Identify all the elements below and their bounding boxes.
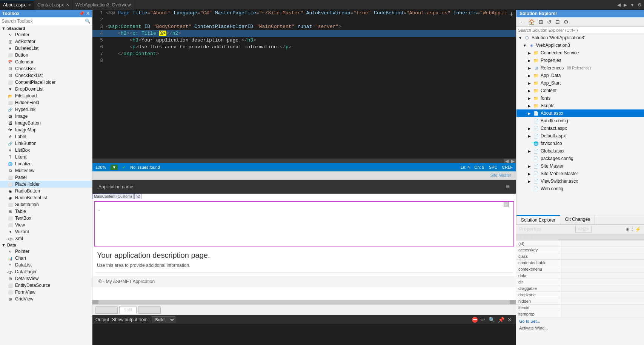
toolbox-section-data[interactable]: ▼ Data [0,242,92,248]
props-value-contenteditable[interactable] [561,260,644,266]
toolbox-item-datalist[interactable]: ≡DataList [0,262,92,268]
toolbox-item-calendar[interactable]: 📅Calendar [0,59,92,65]
toolbox-item-literal[interactable]: TLiteral [0,154,92,160]
se-item-solution[interactable]: ▼ ⬡ Solution 'WebApplication3' [516,34,644,42]
props-value-data[interactable] [561,273,644,279]
view-tab-source[interactable]: Source [138,306,161,314]
toolbox-item-wizard[interactable]: ✦Wizard [0,228,92,235]
props-value-class[interactable] [561,253,644,259]
code-hscrollbar[interactable]: ◀ ▶ [92,159,516,163]
props-value-itemprop[interactable] [561,311,644,317]
toolbox-item-substitution[interactable]: ⬜Substitution [0,201,92,208]
se-item-bundle-config[interactable]: 📄 Bundle.config [516,117,644,125]
props-sort-btn[interactable]: ↕ [631,226,634,232]
se-home-btn[interactable]: 🏠 [527,18,536,26]
se-item-default-aspx[interactable]: ▶ 📄 Default.aspx [516,132,644,140]
se-item-favicon[interactable]: 🌐 favicon.ico [516,140,644,147]
se-item-packages-config[interactable]: 📄 packages.config [516,155,644,162]
tab-settings[interactable]: ⚙ [637,2,642,8]
toolbox-item-checkbox[interactable]: ☑CheckBox [0,65,92,72]
toolbox-item-view[interactable]: ⬜View [0,222,92,228]
toolbox-item-entitydatasource[interactable]: ⬜EntityDataSource [0,282,92,289]
se-props-btn[interactable]: ⊞ [537,18,545,26]
se-item-references[interactable]: ▶ ⊞ References 88 References [516,64,644,72]
toolbox-item-image[interactable]: 🖼Image [0,113,92,120]
props-value-draggable[interactable] [561,285,644,291]
output-clear-btn[interactable]: ⛔ [471,316,479,323]
design-hscroll-right[interactable]: ▶ [510,300,516,304]
se-item-fonts[interactable]: ▶ 📁 fonts [516,94,644,102]
toolbox-item-imagemap[interactable]: 🗺ImageMap [0,126,92,133]
tab-about-close[interactable]: ✕ [28,3,31,7]
toolbox-item-formview[interactable]: ⬜FormView [0,289,92,296]
props-value-contextmenu[interactable] [561,266,644,272]
hscroll-right[interactable]: ▶ [510,159,516,163]
se-settings-btn[interactable]: ⚙ [562,18,570,26]
tab-contact[interactable]: Contact.aspx ✕ [34,0,72,10]
site-master-link[interactable]: Site.Master [489,172,513,178]
se-back-btn[interactable]: ← [518,18,526,26]
toolbox-item-gridview[interactable]: ⊞GridView [0,296,92,302]
hscroll-left[interactable]: ◀ [504,159,510,163]
tab-contact-close[interactable]: ✕ [66,3,69,7]
se-item-app-data[interactable]: ▶ 📁 App_Data [516,72,644,79]
toolbox-item-pointer[interactable]: ↖Pointer [0,31,92,38]
code-line-4[interactable]: 4 <h2><c: Title %></h2> [92,30,516,37]
output-source-select[interactable]: Build Debug All [152,316,175,323]
view-tab-split[interactable]: Split [119,306,136,314]
toolbox-item-datapager[interactable]: ◁▷DataPager [0,268,92,275]
code-editor-area[interactable]: 1 <%@ Page Title="About" Language="C#" M… [92,10,516,163]
output-find-btn[interactable]: 🔍 [488,316,496,323]
toolbox-pin-btn[interactable]: 📌 [79,11,85,16]
se-item-site-master[interactable]: ▶ 📄 Site.Master [516,162,644,170]
view-tab-design[interactable]: Design [95,306,118,314]
props-value-itemid[interactable] [561,305,644,311]
toolbox-item-imagebutton[interactable]: 🖼ImageButton [0,120,92,126]
toolbox-item-linkbutton[interactable]: 🔗LinkButton [0,140,92,147]
tab-dropdown[interactable]: ▼ [629,2,635,8]
toolbox-item-hiddenfield[interactable]: ⬜HiddenField [0,99,92,106]
se-tab-git-changes[interactable]: Git Changes [560,215,595,224]
toolbox-item-checkboxlist[interactable]: ☑CheckBoxList [0,72,92,79]
se-item-site-mobile-master[interactable]: ▶ 📄 Site.Mobile.Master [516,170,644,177]
toolbox-item-multiview[interactable]: ⧉MultiView [0,167,92,174]
output-pin-btn[interactable]: 📌 [497,316,505,323]
toolbox-item-table[interactable]: ⊞Table [0,208,92,215]
se-search-input[interactable] [518,28,643,32]
se-refresh-btn[interactable]: ↺ [546,18,553,26]
toolbox-item-fileupload[interactable]: 📂FileUpload [0,92,92,99]
toolbox-item-dropdownlist[interactable]: ▼DropDownList [0,86,92,92]
props-value-accesskey[interactable] [561,247,644,253]
tab-scroll-left[interactable]: ◀ [616,2,621,8]
se-item-scripts[interactable]: ▶ 📁 Scripts [516,102,644,109]
toolbox-item-textbox[interactable]: ⬜TextBox [0,215,92,222]
toolbox-item-adrotator[interactable]: ◫AdRotator [0,38,92,45]
toolbox-item-pointer-data[interactable]: ↖Pointer [0,248,92,255]
design-hscroll-left[interactable]: ◀ [92,300,98,304]
se-item-connected-service[interactable]: ▶ 📁 Connected Service [516,49,644,57]
toolbox-item-label[interactable]: ALabel [0,133,92,140]
props-value-id[interactable] [561,240,644,246]
toolbox-item-xml[interactable]: ◁▷Xml [0,235,92,242]
toolbox-item-button[interactable]: ⬜Button [0,52,92,59]
toolbox-search-input[interactable] [2,18,83,24]
output-close-btn[interactable]: ✕ [507,316,513,323]
toolbox-item-contentplaceholder[interactable]: ⬜ContentPlaceHolder [0,79,92,86]
toolbox-item-placeholder[interactable]: ⬜PlaceHolder [0,181,92,188]
tab-overview[interactable]: WebApplication3: Overview [72,0,134,10]
toolbox-item-listbox[interactable]: ≡ListBox [0,147,92,154]
design-handle[interactable]: ▶ [504,202,509,207]
toolbox-item-panel[interactable]: ⬜Panel [0,174,92,181]
design-selected-region[interactable]: . ▶ [94,201,514,246]
props-value-dir[interactable] [561,279,644,285]
se-item-app-start[interactable]: ▶ 📁 App_Start [516,79,644,87]
se-collapse-btn[interactable]: ⊟ [554,18,561,26]
se-item-properties[interactable]: ▶ 📁 Properties [516,57,644,64]
props-events-btn[interactable]: ⚡ [635,226,641,232]
toolbox-item-radiobtn[interactable]: ◉RadioButton [0,188,92,194]
zoom-dropdown[interactable]: ▼ [111,165,118,170]
go-to-settings-link[interactable]: Go to Set... [516,317,644,325]
props-value-hidden[interactable] [561,298,644,304]
props-value-dropzone[interactable] [561,292,644,298]
se-item-about-aspx[interactable]: ▶ 📄 About.aspx [516,109,644,117]
